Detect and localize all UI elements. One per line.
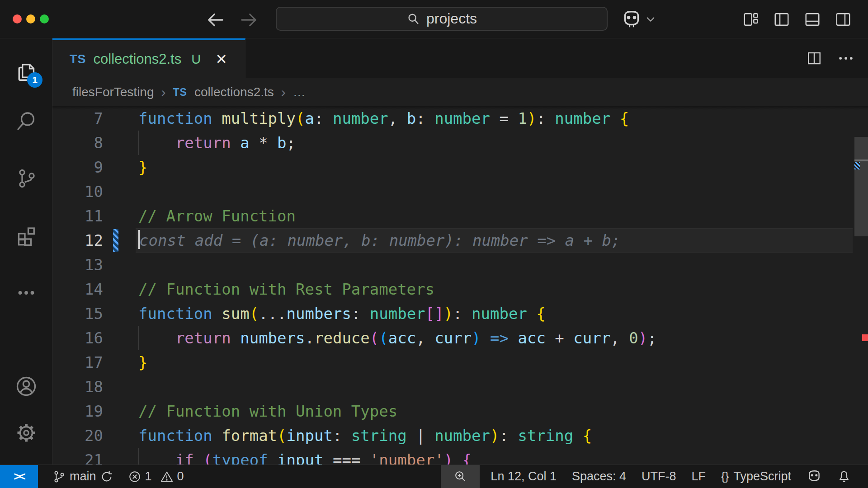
code-line[interactable]: 11// Arrow Function bbox=[52, 204, 868, 228]
code-line[interactable]: 16 return numbers.reduce((acc, curr) => … bbox=[52, 326, 868, 350]
source-control-icon[interactable] bbox=[15, 168, 37, 189]
line-number[interactable]: 17 bbox=[52, 350, 103, 375]
scrollbar-thumb[interactable] bbox=[854, 137, 868, 236]
encoding-item[interactable]: UTF-8 bbox=[637, 465, 681, 488]
problems-item[interactable]: 1 0 bbox=[123, 465, 189, 488]
eol-item[interactable]: LF bbox=[687, 465, 711, 488]
line-number[interactable]: 18 bbox=[52, 375, 103, 399]
code-lines[interactable]: 7function multiply(a: number, b: number … bbox=[52, 106, 868, 465]
line-number[interactable]: 9 bbox=[52, 155, 103, 179]
settings-gear-icon[interactable] bbox=[15, 422, 37, 444]
customize-layout-icon[interactable] bbox=[742, 11, 760, 28]
line-number[interactable]: 7 bbox=[52, 106, 103, 131]
line-number[interactable]: 13 bbox=[52, 253, 103, 277]
window-zoom-button[interactable] bbox=[40, 14, 49, 23]
code-line[interactable]: 9} bbox=[52, 155, 868, 179]
copilot-status-item[interactable] bbox=[802, 465, 826, 488]
code-token: string bbox=[518, 427, 573, 445]
code-line[interactable]: 8 return a * b; bbox=[52, 131, 868, 155]
toggle-secondary-sidebar-icon[interactable] bbox=[835, 11, 852, 28]
tab-close-icon[interactable]: ✕ bbox=[215, 51, 227, 68]
code-text: if (typeof input === 'number') { bbox=[138, 448, 472, 465]
code-line[interactable]: 19// Function with Union Types bbox=[52, 399, 868, 423]
tab-collections2[interactable]: TS collections2.ts U ✕ bbox=[52, 38, 245, 78]
window-close-button[interactable] bbox=[13, 14, 22, 23]
code-token: if bbox=[175, 451, 194, 465]
more-actions-icon[interactable] bbox=[837, 51, 854, 66]
code-token: { bbox=[620, 109, 629, 127]
line-number[interactable]: 8 bbox=[52, 131, 103, 155]
overview-cursor-marker bbox=[854, 160, 868, 161]
line-number[interactable]: 19 bbox=[52, 399, 103, 423]
code-token: === bbox=[323, 451, 369, 465]
scroll-shadow bbox=[52, 106, 868, 110]
navigate-back-icon[interactable] bbox=[206, 10, 226, 30]
window-minimize-button[interactable] bbox=[26, 14, 35, 23]
breadcrumb-file[interactable]: collections2.ts bbox=[194, 85, 274, 99]
code-token: number bbox=[370, 305, 425, 323]
navigate-forward-icon[interactable] bbox=[239, 10, 259, 30]
code-token: { bbox=[536, 305, 545, 323]
command-center-search[interactable]: projects bbox=[276, 7, 608, 31]
toggle-primary-sidebar-icon[interactable] bbox=[773, 11, 790, 28]
code-line[interactable]: 18 bbox=[52, 375, 868, 399]
chevron-down-icon[interactable] bbox=[646, 15, 656, 23]
line-number[interactable]: 16 bbox=[52, 326, 103, 350]
line-number[interactable]: 14 bbox=[52, 277, 103, 301]
line-number[interactable]: 11 bbox=[52, 204, 103, 228]
toggle-panel-icon[interactable] bbox=[804, 11, 821, 28]
line-number[interactable]: 21 bbox=[52, 448, 103, 465]
code-token: ... bbox=[259, 305, 286, 323]
indentation-item[interactable]: Spaces: 4 bbox=[567, 465, 631, 488]
code-line[interactable]: 13 bbox=[52, 253, 868, 277]
code-token: ; bbox=[287, 134, 296, 152]
zoom-in-icon bbox=[453, 470, 467, 483]
status-bar: >< main 1 0 Ln 12, Col 1 Spaces: 4 UTF-8… bbox=[0, 465, 868, 488]
language-mode-item[interactable]: {} TypeScript bbox=[717, 465, 796, 488]
code-token: format bbox=[222, 427, 277, 445]
line-number[interactable]: 12 bbox=[52, 228, 103, 253]
code-line[interactable]: 14// Function with Rest Parameters bbox=[52, 277, 868, 301]
code-token: * bbox=[250, 134, 277, 152]
code-token: // Function with Union Types bbox=[138, 402, 397, 420]
code-line[interactable]: 15function sum(...numbers: number[]): nu… bbox=[52, 301, 868, 326]
explorer-icon[interactable]: 1 bbox=[15, 61, 37, 83]
code-token bbox=[212, 427, 222, 445]
zoom-level-item[interactable] bbox=[441, 465, 480, 488]
vertical-scrollbar[interactable] bbox=[854, 106, 868, 465]
search-view-icon[interactable] bbox=[15, 110, 37, 132]
remote-indicator[interactable]: >< bbox=[0, 465, 38, 488]
code-line[interactable]: 10 bbox=[52, 179, 868, 204]
bell-icon bbox=[837, 470, 851, 483]
code-line[interactable]: 21 if (typeof input === 'number') { bbox=[52, 448, 868, 465]
split-editor-icon[interactable] bbox=[807, 51, 822, 66]
breadcrumb-symbol-more[interactable]: … bbox=[293, 85, 306, 99]
cursor-position-item[interactable]: Ln 12, Col 1 bbox=[486, 465, 561, 488]
code-token: { bbox=[583, 427, 592, 445]
extensions-icon[interactable] bbox=[15, 225, 37, 247]
code-token bbox=[268, 451, 277, 465]
code-token: ) bbox=[444, 305, 453, 323]
code-token: , bbox=[416, 329, 434, 347]
line-number[interactable]: 10 bbox=[52, 179, 103, 204]
more-views-icon[interactable] bbox=[15, 282, 37, 304]
code-editor[interactable]: 7function multiply(a: number, b: number … bbox=[52, 106, 868, 465]
typescript-file-icon: TS bbox=[173, 86, 187, 99]
code-line[interactable]: 12const add = (a: number, b: number): nu… bbox=[52, 228, 868, 253]
code-token: ( bbox=[296, 109, 305, 127]
typescript-file-icon: TS bbox=[70, 52, 86, 66]
inline-suggestion-ghost-text: const add = (a: number, b: number): numb… bbox=[139, 231, 620, 249]
branch-item[interactable]: main bbox=[48, 465, 118, 488]
code-line[interactable]: 20function format(input: string | number… bbox=[52, 423, 868, 448]
code-text: return numbers.reduce((acc, curr) => acc… bbox=[138, 326, 657, 350]
copilot-icon[interactable] bbox=[621, 9, 642, 30]
breadcrumb-folder[interactable]: filesForTesting bbox=[72, 85, 154, 99]
accounts-icon[interactable] bbox=[15, 375, 37, 397]
branch-name: main bbox=[70, 469, 96, 483]
notifications-item[interactable] bbox=[833, 465, 855, 488]
code-line[interactable]: 17} bbox=[52, 350, 868, 375]
code-token: : bbox=[351, 305, 370, 323]
code-line[interactable]: 7function multiply(a: number, b: number … bbox=[52, 106, 868, 131]
line-number[interactable]: 15 bbox=[52, 301, 103, 326]
line-number[interactable]: 20 bbox=[52, 423, 103, 448]
